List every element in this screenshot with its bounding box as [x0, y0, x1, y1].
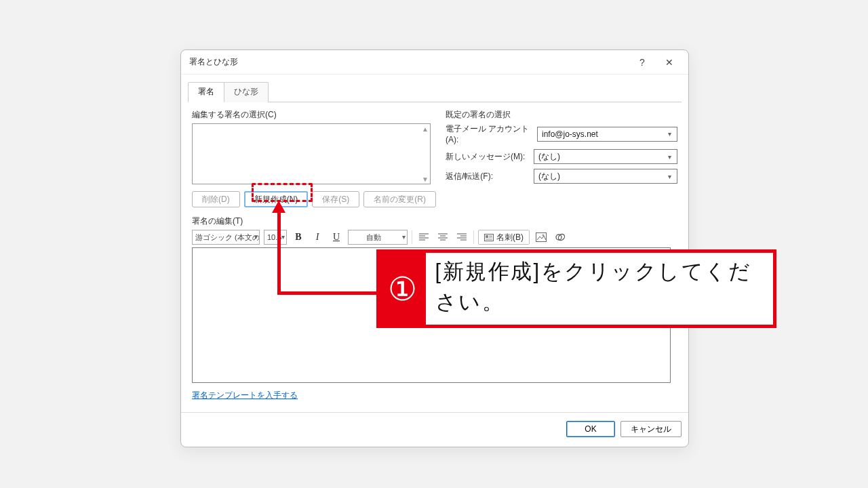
- newmsg-select[interactable]: (なし) ▾: [534, 149, 677, 164]
- save-button[interactable]: 保存(S): [312, 191, 359, 207]
- dialog-body: 署名 ひな形 編集する署名の選択(C) ▲ ▼ 削除(D) 新規作成(N) 保存…: [181, 75, 688, 407]
- fontcolor-value: 自動: [366, 232, 381, 243]
- reply-select[interactable]: (なし) ▾: [534, 169, 677, 184]
- signature-listbox[interactable]: ▲ ▼: [192, 123, 431, 184]
- fontsize-select[interactable]: 10.5 ▾: [264, 230, 287, 245]
- select-signature-label: 編集する署名の選択(C): [192, 109, 436, 121]
- newmsg-value: (なし): [538, 151, 560, 163]
- chevron-down-icon: ▾: [665, 171, 674, 181]
- newmsg-label: 新しいメッセージ(M):: [446, 151, 534, 163]
- default-signature-group: 既定の署名の選択 電子メール アカウント(A): info@jo-sys.net…: [446, 109, 677, 207]
- align-center-button[interactable]: [435, 230, 450, 245]
- instruction-text: [新規作成]をクリックしてください。: [426, 253, 773, 325]
- align-left-button[interactable]: [416, 230, 431, 245]
- picture-icon: [536, 232, 547, 242]
- arrow-horizontal: [277, 291, 379, 295]
- business-card-label: 名刺(B): [496, 232, 524, 243]
- chevron-down-icon: ▾: [665, 129, 674, 139]
- select-signature-group: 編集する署名の選択(C) ▲ ▼ 削除(D) 新規作成(N) 保存(S) 名前の…: [192, 109, 436, 207]
- bold-button[interactable]: B: [291, 230, 306, 245]
- business-card-icon: [484, 234, 494, 241]
- chevron-down-icon: ▾: [402, 233, 406, 241]
- close-icon: ✕: [665, 57, 673, 68]
- toolbar-separator: [412, 230, 412, 244]
- scroll-down-icon[interactable]: ▼: [420, 174, 430, 184]
- font-select[interactable]: 游ゴシック (本文のフォント) ▾: [192, 230, 260, 245]
- account-select[interactable]: info@jo-sys.net ▾: [537, 127, 677, 142]
- help-button[interactable]: ?: [629, 53, 656, 72]
- signature-buttons: 削除(D) 新規作成(N) 保存(S) 名前の変更(R): [192, 191, 436, 207]
- svg-rect-13: [486, 235, 488, 238]
- instruction-badge: ①: [380, 253, 426, 325]
- ok-button[interactable]: OK: [566, 421, 615, 437]
- chevron-down-icon: ▾: [665, 152, 674, 161]
- default-signature-title: 既定の署名の選択: [446, 109, 677, 121]
- instruction-callout: ① [新規作成]をクリックしてください。: [376, 249, 776, 328]
- tabbar: 署名 ひな形: [188, 81, 682, 102]
- templates-link[interactable]: 署名テンプレートを入手する: [192, 390, 298, 401]
- chevron-down-icon: ▾: [254, 233, 258, 241]
- business-card-button[interactable]: 名刺(B): [478, 230, 530, 245]
- close-button[interactable]: ✕: [656, 53, 683, 72]
- insert-picture-button[interactable]: [534, 230, 549, 245]
- fontcolor-select[interactable]: 自動 ▾: [348, 230, 408, 245]
- toolbar-separator: [473, 230, 474, 244]
- font-value: 游ゴシック (本文のフォント): [195, 232, 260, 243]
- reply-value: (なし): [538, 171, 560, 182]
- help-icon: ?: [639, 57, 645, 68]
- account-value: info@jo-sys.net: [542, 129, 598, 139]
- tab-signature[interactable]: 署名: [188, 82, 224, 102]
- arrow-vertical: [277, 211, 281, 295]
- dialog-footer: OK キャンセル: [181, 413, 688, 447]
- rename-button[interactable]: 名前の変更(R): [363, 191, 436, 207]
- insert-link-button[interactable]: [553, 230, 568, 245]
- cancel-button[interactable]: キャンセル: [620, 421, 682, 437]
- edit-signature-label: 署名の編集(T): [192, 216, 677, 227]
- tab-stationery[interactable]: ひな形: [224, 82, 269, 102]
- signatures-dialog: 署名とひな形 ? ✕ 署名 ひな形 編集する署名の選択(C) ▲ ▼ 削除(D): [180, 49, 689, 447]
- account-label: 電子メール アカウント(A):: [446, 123, 537, 144]
- titlebar: 署名とひな形 ? ✕: [181, 50, 688, 75]
- chevron-down-icon: ▾: [281, 233, 285, 241]
- underline-button[interactable]: U: [329, 230, 344, 245]
- delete-button[interactable]: 削除(D): [192, 191, 240, 207]
- scroll-up-icon[interactable]: ▲: [420, 124, 430, 134]
- dialog-title: 署名とひな形: [189, 56, 629, 68]
- editor-toolbar: 游ゴシック (本文のフォント) ▾ 10.5 ▾ B I U 自動 ▾: [192, 230, 677, 245]
- reply-label: 返信/転送(F):: [446, 171, 534, 182]
- link-icon: [555, 232, 566, 242]
- svg-point-18: [542, 235, 545, 237]
- italic-button[interactable]: I: [310, 230, 325, 245]
- align-right-button[interactable]: [454, 230, 469, 245]
